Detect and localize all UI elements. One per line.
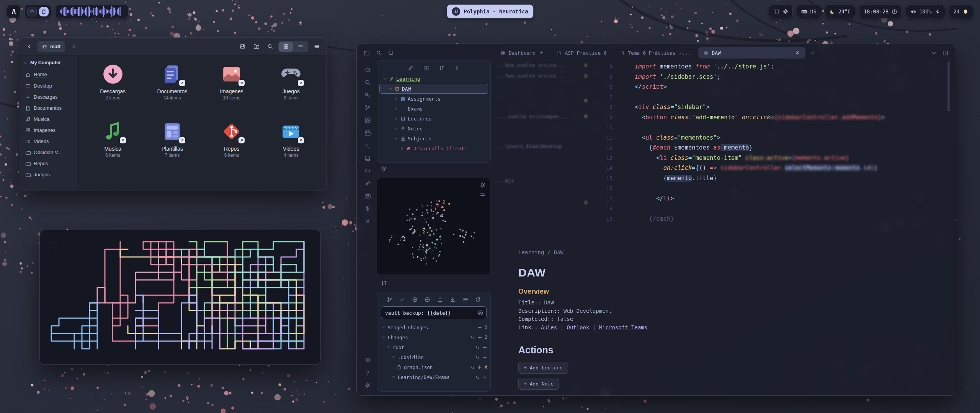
- grid-view-button[interactable]: [279, 42, 293, 52]
- explorer-folder-plus-button[interactable]: [422, 64, 430, 72]
- tab-asp-practice-6[interactable]: ASP Practice 6: [551, 47, 612, 59]
- folder-imagenes[interactable]: Imagenes10 items: [203, 60, 260, 117]
- close-tab-icon[interactable]: [795, 50, 800, 55]
- search-button[interactable]: [265, 41, 275, 52]
- activity-gear-button[interactable]: [363, 381, 372, 389]
- graph-settings-button[interactable]: [480, 182, 487, 189]
- activity-x-button[interactable]: [363, 217, 372, 225]
- media-button[interactable]: [237, 41, 248, 52]
- tree-item-subjects[interactable]: Subjects: [379, 133, 488, 143]
- sidebar-item-videos[interactable]: Videos: [22, 136, 74, 147]
- sidebar-item-repos[interactable]: Repos: [22, 158, 74, 169]
- git-branch-button[interactable]: [386, 296, 394, 303]
- git-row-root[interactable]: root: [380, 342, 487, 352]
- activity-link-button[interactable]: [363, 179, 372, 187]
- tab-dashboard[interactable]: Dashboard: [495, 47, 549, 59]
- activity-key-button[interactable]: [363, 91, 372, 99]
- activity-home-button[interactable]: [363, 65, 372, 74]
- folder-juegos[interactable]: Juegos8 items: [263, 60, 320, 117]
- sidebar-item-imagenes[interactable]: Imagenes: [22, 125, 74, 136]
- tree-item-daw[interactable]: DAW: [379, 84, 488, 94]
- workspace-2[interactable]: [39, 7, 49, 16]
- explorer-sort-button[interactable]: [438, 64, 445, 72]
- activity-question-button[interactable]: [363, 368, 372, 377]
- git-row-staged-changes[interactable]: Staged Changes0: [380, 322, 487, 332]
- tab-tema-6-pr-cticas[interactable]: Tema 6 Prácticas -...: [614, 47, 696, 59]
- activity-code-button[interactable]: [363, 166, 372, 175]
- folder-descargas[interactable]: Descargas2 items: [84, 60, 141, 117]
- sidebar-item-juegos[interactable]: Juegos: [22, 169, 74, 180]
- git-row-learning-daw-exams[interactable]: Learning/DAW/Exams: [380, 372, 487, 382]
- clear-message-button[interactable]: [477, 310, 483, 316]
- tree-item-lectures[interactable]: Lectures: [379, 114, 488, 124]
- git-refresh-button[interactable]: [474, 296, 482, 303]
- add-lecture-button[interactable]: + Add Lecture: [518, 362, 568, 374]
- split-editor-button[interactable]: [940, 48, 950, 58]
- tree-item-desarrollo-cliente[interactable]: Desarrollo-Cliente: [379, 143, 488, 153]
- activity-camera-button[interactable]: [363, 192, 372, 200]
- launcher-button[interactable]: Λ: [7, 5, 21, 18]
- explorer-collapse-button[interactable]: [453, 64, 461, 72]
- folder-plantillas[interactable]: Plantillas7 items: [144, 117, 201, 175]
- activity-calendar-button[interactable]: [363, 128, 372, 137]
- sidebar-title[interactable]: My Computer: [22, 59, 74, 69]
- git-row-obsidian[interactable]: .obsidian: [380, 352, 487, 362]
- activity-record-button[interactable]: [363, 356, 372, 364]
- explorer-pencil-button[interactable]: [407, 64, 415, 72]
- link-outlook[interactable]: Outlook: [567, 324, 589, 330]
- activity-branch-button[interactable]: [363, 103, 372, 112]
- bookmark-strip-button[interactable]: [386, 48, 396, 58]
- clock-module[interactable]: 18:08:28: [859, 5, 902, 18]
- search-strip-button[interactable]: [374, 48, 384, 58]
- sidebar-item-home[interactable]: Home: [22, 69, 74, 80]
- tree-item-learning[interactable]: Learning: [379, 74, 488, 84]
- weather-module[interactable]: 24°C: [825, 5, 856, 18]
- activity-grid-button[interactable]: [363, 116, 372, 124]
- git-row-changes[interactable]: Changes2: [380, 332, 487, 342]
- folder-documentos[interactable]: Documentos14 items: [144, 60, 201, 117]
- graph-filter-button[interactable]: [480, 191, 487, 198]
- editor-scrollbar[interactable]: [947, 62, 950, 111]
- updates-module[interactable]: 11: [769, 5, 793, 18]
- git-list-button[interactable]: [462, 296, 469, 303]
- git-minus-circle-button[interactable]: [424, 296, 431, 303]
- local-graph-button[interactable]: [380, 165, 388, 173]
- activity-book-button[interactable]: [363, 154, 372, 162]
- new-tab-button[interactable]: [808, 48, 818, 58]
- folder-strip-button[interactable]: [361, 48, 371, 58]
- back-button[interactable]: [24, 41, 34, 52]
- git-download2-button[interactable]: [449, 296, 457, 303]
- sidebar-item-musica[interactable]: Musica: [22, 114, 74, 125]
- folder-videos[interactable]: Videos4 items: [263, 117, 320, 175]
- folder-musica[interactable]: Musica6 items: [84, 117, 141, 175]
- new-folder-button[interactable]: [251, 41, 261, 52]
- code-pane[interactable]: 4import mementoes from '../../store.js';…: [583, 62, 951, 224]
- folder-repos[interactable]: Repos6 items: [203, 117, 260, 175]
- media-player-pill[interactable]: Polyphia - Neurotica: [447, 5, 533, 18]
- git-upload-button[interactable]: [436, 296, 444, 303]
- activity-terminal-button[interactable]: [363, 141, 372, 150]
- forward-button[interactable]: [68, 41, 79, 52]
- git-plus-circle-button[interactable]: [411, 296, 419, 303]
- workspace-1[interactable]: [27, 7, 37, 16]
- notifications-module[interactable]: 24: [949, 5, 973, 18]
- sidebar-item-documentos[interactable]: Documentos: [22, 102, 74, 114]
- menu-button[interactable]: [311, 41, 322, 52]
- sidebar-item-desktop[interactable]: Desktop: [22, 80, 74, 91]
- commit-message-input[interactable]: [381, 306, 487, 319]
- sidebar-item-descargas[interactable]: Descargas: [22, 91, 74, 102]
- tree-item-assignments[interactable]: Assignments: [379, 94, 488, 104]
- tab-daw[interactable]: DAW: [698, 47, 805, 59]
- activity-dollar-button[interactable]: [363, 204, 372, 213]
- git-row-graph-json[interactable]: graph.jsonM: [380, 362, 487, 372]
- link-microsoft-teams[interactable]: Microsoft Teams: [599, 324, 647, 330]
- git-check-button[interactable]: [399, 296, 406, 303]
- link-aules[interactable]: Aules: [541, 324, 557, 330]
- volume-module[interactable]: 100%: [906, 5, 945, 18]
- sync-button[interactable]: [380, 279, 388, 287]
- add-note-button[interactable]: + Add Note: [518, 378, 559, 390]
- breadcrumb[interactable]: matt: [38, 41, 65, 52]
- activity-search-button[interactable]: [363, 78, 372, 86]
- sidebar-item-obsidian-v[interactable]: Obsidian V...: [22, 147, 74, 158]
- tree-item-exams[interactable]: Exams: [379, 104, 488, 114]
